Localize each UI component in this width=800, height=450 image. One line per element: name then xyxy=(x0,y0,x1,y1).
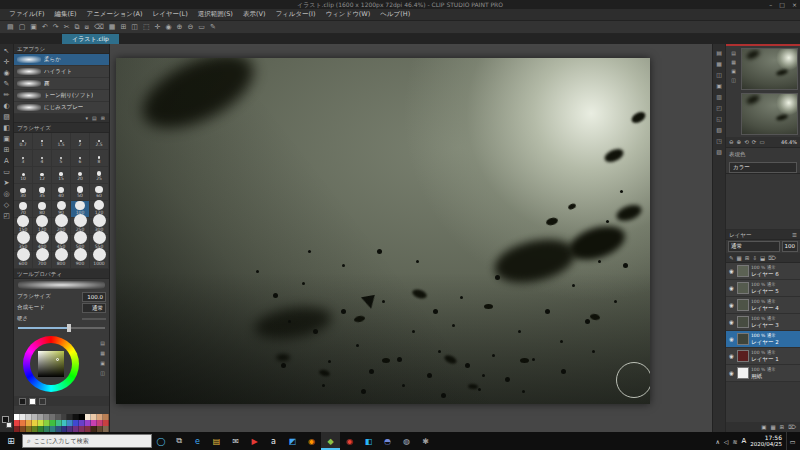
subtool-item[interactable]: 霧 xyxy=(14,78,109,90)
brush-size-cell[interactable]: 40 xyxy=(52,184,71,201)
brush-size-cell[interactable]: 50 xyxy=(71,184,90,201)
color-chip[interactable] xyxy=(19,398,26,405)
layer-row[interactable]: 100 % 通常 レイヤー 6 xyxy=(726,263,800,280)
toolbar-icon[interactable]: ▭ xyxy=(198,21,205,33)
layer-row[interactable]: 100 % 通常 レイヤー 4 xyxy=(726,297,800,314)
saturation-value-square[interactable] xyxy=(38,351,64,377)
layer-toolbar-icon[interactable]: ⌦ xyxy=(768,253,776,263)
toolbar-icon[interactable]: ✎ xyxy=(210,21,216,33)
visibility-eye-icon[interactable] xyxy=(728,336,735,342)
tool-icon[interactable]: ◧ xyxy=(3,124,10,133)
brush-size-cell[interactable]: 10 xyxy=(14,167,33,184)
subtool-footer-icon[interactable]: ⊞ xyxy=(101,114,105,123)
layer-toolbar-icon[interactable]: ✎ xyxy=(729,253,734,263)
brush-size-cell[interactable]: 15 xyxy=(52,167,71,184)
visibility-eye-icon[interactable] xyxy=(728,353,735,359)
tray-icon[interactable]: ◁ xyxy=(724,438,729,445)
menu-item[interactable]: ヘルプ(H) xyxy=(375,9,415,20)
visibility-eye-icon[interactable] xyxy=(728,319,735,325)
taskbar-app-icon[interactable]: ◆ xyxy=(321,432,340,450)
taskbar-clock[interactable]: 17:56 2020/04/25 xyxy=(750,434,782,448)
layer-thumbnail[interactable] xyxy=(737,350,749,362)
hardness-slider[interactable] xyxy=(18,324,105,332)
menu-item[interactable]: ウィンドウ(W) xyxy=(321,9,376,20)
brush-size-cell[interactable]: 2.5 xyxy=(90,133,109,150)
visibility-eye-icon[interactable] xyxy=(728,302,735,308)
toolbar-icon[interactable]: ◉ xyxy=(165,21,171,33)
subtool-item[interactable]: にじみスプレー xyxy=(14,102,109,114)
color-wheel[interactable] xyxy=(23,336,79,392)
brush-size-cell[interactable]: 20 xyxy=(71,167,90,184)
taskbar-system-icon[interactable]: ⧉ xyxy=(170,432,188,450)
navigator-side-icon[interactable]: ▦ xyxy=(731,59,736,65)
navigator-thumbnail[interactable] xyxy=(741,48,798,90)
layer-row[interactable]: 100 % 通常 レイヤー 5 xyxy=(726,280,800,297)
layer-thumbnail[interactable] xyxy=(737,316,749,328)
navigator-zoom-button[interactable]: ⊕ xyxy=(737,139,742,145)
toolbar-icon[interactable]: ⊖ xyxy=(187,21,193,33)
tray-icon[interactable]: ≋ xyxy=(732,438,737,445)
palette-icon[interactable]: ▧ xyxy=(716,126,722,133)
layer-footer-icon[interactable]: ⌦ xyxy=(788,422,796,432)
brush-size-cell[interactable]: 600 xyxy=(14,252,33,269)
palette-icon[interactable]: ◫ xyxy=(716,71,722,78)
brush-size-cell[interactable]: 0.7 xyxy=(14,133,33,150)
menu-item[interactable]: フィルター(I) xyxy=(270,9,320,20)
tool-icon[interactable]: ◐ xyxy=(3,102,9,111)
layer-thumbnail[interactable] xyxy=(737,333,749,345)
brush-size-cell[interactable]: 1.5 xyxy=(52,133,71,150)
tool-icon[interactable]: ⊞ xyxy=(4,146,10,155)
navigator-zoom-button[interactable]: ⊖ xyxy=(729,139,734,145)
window-control-button[interactable]: × xyxy=(792,0,797,9)
taskbar-app-icon[interactable]: ▤ xyxy=(207,432,226,450)
navigator-side-icon[interactable]: ▤ xyxy=(731,50,736,56)
layer-footer-icon[interactable]: ⊞ xyxy=(780,422,785,432)
subtool-footer-icon[interactable]: ▾ xyxy=(86,114,89,123)
taskbar-app-icon[interactable]: ▶ xyxy=(245,432,264,450)
main-sub-color-chips[interactable] xyxy=(2,416,12,428)
toolbar-icon[interactable]: ◫ xyxy=(131,21,138,33)
menu-item[interactable]: ファイル(F) xyxy=(4,9,49,20)
color-panel-icon[interactable]: ▣ xyxy=(100,360,105,366)
color-panel-icon[interactable]: ◫ xyxy=(100,370,105,376)
brush-size-cell[interactable]: 1 xyxy=(33,133,52,150)
window-control-button[interactable]: – xyxy=(769,0,772,9)
toolbar-icon[interactable]: ✛ xyxy=(155,21,161,33)
layer-toolbar-icon[interactable]: ⇩ xyxy=(752,253,757,263)
brush-size-cell[interactable]: 800 xyxy=(52,252,71,269)
canvas[interactable] xyxy=(116,58,650,404)
taskbar-app-icon[interactable]: ◍ xyxy=(397,432,416,450)
brush-size-cell[interactable]: 60 xyxy=(90,184,109,201)
tool-icon[interactable]: ◇ xyxy=(4,201,9,210)
brush-size-cell[interactable]: 12 xyxy=(33,167,52,184)
visibility-eye-icon[interactable] xyxy=(728,268,735,274)
menu-item[interactable]: レイヤー(L) xyxy=(148,9,193,20)
brush-size-cell[interactable]: 30 xyxy=(14,184,33,201)
property-value[interactable]: 通常 xyxy=(82,303,106,313)
brush-size-cell[interactable]: 8 xyxy=(90,150,109,167)
menu-item[interactable]: 表示(V) xyxy=(238,9,271,20)
toolbar-icon[interactable]: ⌫ xyxy=(94,21,104,33)
navigator-zoom-button[interactable]: ⟳ xyxy=(752,139,757,145)
menu-item[interactable]: 選択範囲(S) xyxy=(193,9,238,20)
toolbar-icon[interactable]: ▣ xyxy=(30,21,37,33)
navigator-zoom-button[interactable]: ▭ xyxy=(759,139,764,145)
layer-panel-menu-icon[interactable]: ☰ xyxy=(792,230,797,239)
subtool-item[interactable]: ハイライト xyxy=(14,66,109,78)
toolbar-icon[interactable]: ↷ xyxy=(53,21,59,33)
taskbar-app-icon[interactable]: ✱ xyxy=(416,432,435,450)
tool-icon[interactable]: ◎ xyxy=(3,190,9,199)
toolbar-icon[interactable]: ✂ xyxy=(64,21,70,33)
color-panel-icon[interactable]: ▤ xyxy=(100,340,105,346)
slider-knob[interactable] xyxy=(67,324,71,332)
subview-thumbnail[interactable] xyxy=(741,93,798,135)
toolbar-icon[interactable]: ⧇ xyxy=(85,21,89,33)
brush-size-cell[interactable]: 700 xyxy=(33,252,52,269)
property-value[interactable] xyxy=(82,318,106,320)
taskbar-app-icon[interactable]: ◉ xyxy=(340,432,359,450)
layer-row[interactable]: 100 % 通常 用紙 xyxy=(726,365,800,382)
brush-size-cell[interactable]: 1000 xyxy=(90,252,109,269)
toolbar-icon[interactable]: ⬚ xyxy=(143,21,150,33)
taskbar-app-icon[interactable]: e xyxy=(188,432,207,450)
palette-icon[interactable]: ▥ xyxy=(716,93,722,100)
